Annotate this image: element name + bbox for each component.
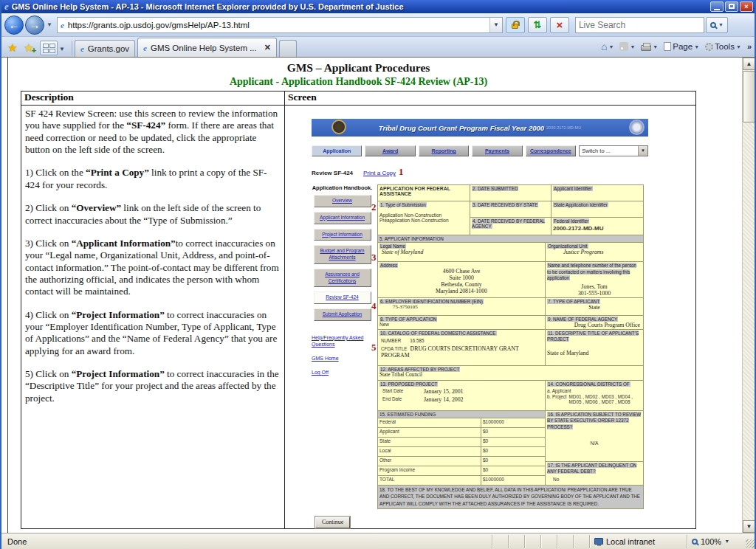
sidebar-button-applicant-information[interactable]: Applicant Information [314,212,371,224]
sidebar-button-submit-application[interactable]: Submit Application [314,308,371,321]
field-federal-identifier: Federal Identifier [553,218,589,224]
sidebar-button-assurances[interactable]: Assurances and Certifications [314,269,371,288]
select-dropdown-icon[interactable]: ▼ [638,146,647,156]
field-9-federal-agency: 9. NAME OF FEDERAL AGENCY [547,317,618,322]
field-address: Address [379,263,398,268]
application-handbook-sidebar: Application Handbook. Overview Applicant… [312,184,377,509]
tools-menu-button[interactable]: Tools▼ [703,41,743,52]
tab-favicon: e [143,44,147,52]
toolbar-overflow-chevron[interactable]: » [747,42,752,51]
callout-5: 5 [371,342,377,353]
address-bar[interactable]: e https://grants.ojp.usdoj.gov/gmsHelp/A… [57,17,503,33]
type-of-application-value: New [379,322,543,327]
print-a-copy-link[interactable]: Print a Copy [363,170,396,176]
window-title: GMS Online Help System - AP-13 - Microso… [12,2,707,11]
recent-pages-dropdown[interactable]: ▼ [47,21,52,28]
delinquent-debt-value: No [553,477,642,482]
project-title-value: State of Maryland [547,350,642,356]
browser-viewport: GMS – Applicant Procedures Applicant - A… [1,57,755,533]
print-button[interactable]: ▼ [639,41,660,52]
switch-to-label: Switch to ... [582,148,611,154]
statusbar-panel [492,535,508,548]
minimize-button[interactable] [710,1,724,12]
sidebar-button-project-information[interactable]: Project Information [314,229,371,241]
sidebar-button-review-sf424[interactable]: Review SF-424 [314,291,371,304]
tab-grants-gov[interactable]: e Grants.gov [75,40,135,57]
close-button[interactable]: × [740,1,753,12]
home-icon: ⌂ [601,41,607,52]
switch-to-select[interactable]: Switch to ... ▼ [579,145,648,156]
zone-label: Local intranet [606,537,655,546]
type-of-submission-value-1: Application Non-Construction [379,213,468,218]
tab-gms-help-active[interactable]: e GMS Online Help System ... ✕ [137,38,277,57]
zoom-dropdown[interactable]: ▼ [724,539,729,544]
refresh-button[interactable]: ⇅ [528,17,547,33]
search-go-button[interactable]: ▼ [706,17,728,33]
address-dropdown[interactable]: ▼ [489,18,502,32]
field-12-areas-affected: 12. AREAS AFFECTED BY PROJECT [379,367,460,372]
sidebar-header: Application Handbook. [312,184,373,191]
contact-phone-value: 301-555-1000 [547,290,642,297]
search-options-dropdown[interactable]: ▼ [718,22,724,27]
banner-title: Tribal Drug Court Grant Program Fiscal Y… [379,124,544,132]
gms-tab-payments[interactable]: Payments [472,145,522,156]
page-menu-button[interactable]: Page▼ [662,41,701,52]
banner-award-code: 2000-2172-MD-MU [546,125,581,130]
sidebar-button-overview[interactable]: Overview [314,195,371,207]
continue-button[interactable]: Continue [315,517,350,528]
scrollbar-thumb[interactable] [743,71,755,122]
status-text: Done [1,537,492,546]
page-menu-label: Page [673,42,693,51]
tab-list-dropdown[interactable]: ▼ [59,46,65,52]
description-paragraph: 5) Click on “Project Information” to cor… [25,368,280,404]
log-off-link[interactable]: Log Off [312,369,371,376]
stop-button[interactable]: × [550,17,569,33]
federal-agency-value: Drug Courts Program Office [547,322,642,328]
feeds-button[interactable]: ▼ [617,41,637,52]
add-favorite-button[interactable]: ★ [21,40,37,56]
restore-button[interactable] [725,1,738,12]
funding-row-amount: $1000000 [481,476,545,485]
form-title: APPLICATION FOR FEDERAL ASSISTANCE [378,185,470,201]
vertical-scrollbar[interactable]: ▲ ▼ [742,58,755,533]
page-title: GMS – Applicant Procedures [21,61,696,75]
callout-3: 3 [371,252,377,263]
window-titlebar: e GMS Online Help System - AP-13 - Micro… [1,0,755,13]
gms-home-link[interactable]: GMS Home [312,355,371,362]
field-state-application-identifier: State Application Identifier [553,202,608,207]
back-button[interactable]: ← [4,15,24,35]
home-button[interactable]: ⌂▼ [599,39,616,54]
search-input[interactable] [576,20,704,30]
scroll-down-button[interactable]: ▼ [743,520,755,533]
quick-tabs-button[interactable] [40,41,58,55]
funding-row-label: Federal [378,418,481,427]
field-17-delinquent-debt: 17. IS THE APPLICANT DELINQUENT ON ANY F… [547,463,636,474]
zoom-control[interactable]: 100% ▼ [687,535,755,548]
zoom-magnifier-icon [692,539,698,545]
ssl-lock-button[interactable] [506,17,525,33]
gms-tab-application[interactable]: Application [312,145,362,156]
field-applicant-identifier: Applicant Identifier [553,186,593,191]
search-box[interactable] [575,17,704,33]
gms-tab-award[interactable]: Award [365,145,415,156]
funding-row-amount: $0 [481,457,545,466]
local-intranet-icon [594,538,603,545]
gms-tab-reporting[interactable]: Reporting [419,145,469,156]
statusbar-panel [557,535,573,548]
tab-close-icon[interactable]: ✕ [264,43,271,52]
description-paragraph: 3) Click on “Applicant Information”to co… [25,238,280,298]
forward-button[interactable]: → [25,15,44,35]
sidebar-button-budget-attachments[interactable]: Budget and Program Attachments [314,245,371,264]
help-faq-link[interactable]: Help/Frequently Asked Questions [312,334,371,348]
ie-icon: e [4,1,9,13]
address-url[interactable]: https://grants.ojp.usdoj.gov/gmsHelp/AP-… [68,21,489,30]
new-tab-stub[interactable] [279,40,297,57]
scroll-up-button[interactable]: ▲ [743,58,755,70]
organizational-unit-value: Justice Programs [563,249,642,255]
cfda-title-label: CFDA TITLE [381,346,408,351]
gms-banner: Tribal Drug Court Grant Program Fiscal Y… [312,119,648,137]
gms-tab-correspondence[interactable]: Correspondence [526,145,576,156]
funding-row-amount: $0 [481,428,545,437]
favorites-center-button[interactable]: ★ [4,40,21,56]
page-icon: e [61,21,64,30]
